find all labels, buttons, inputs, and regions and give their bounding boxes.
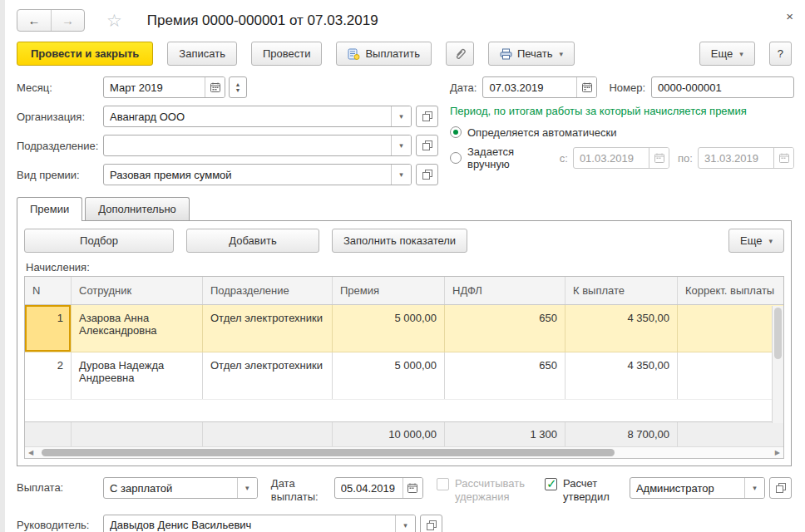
period-manual-radio[interactable] — [450, 152, 462, 164]
print-button[interactable]: Печать ▾ — [488, 42, 575, 66]
tab-dopolnitelno[interactable]: Дополнительно — [85, 197, 190, 220]
cell-department[interactable]: Отдел электротехники — [203, 305, 333, 352]
table-empty-space — [25, 400, 783, 421]
cell-correction[interactable] — [678, 305, 783, 352]
post-button[interactable]: Провести — [251, 42, 323, 66]
cell-n[interactable]: 2 — [25, 352, 72, 399]
chevron-down-icon: ▾ — [739, 50, 743, 58]
cell-employee[interactable]: Азарова Анна Александровна — [72, 305, 203, 352]
totals-bonus: 10 000,00 — [333, 422, 445, 446]
scroll-right-icon[interactable]: ▶ — [775, 449, 780, 456]
chevron-down-icon[interactable]: ▾ — [237, 478, 257, 498]
page-title: Премия 0000-000001 от 07.03.2019 — [147, 12, 378, 29]
payment-select[interactable] — [104, 478, 237, 498]
approver-open-icon[interactable] — [769, 477, 792, 499]
chevron-down-icon[interactable]: ▾ — [391, 135, 411, 155]
cell-n[interactable]: 1 — [25, 305, 72, 352]
cell-ndfl[interactable]: 650 — [445, 352, 565, 399]
pay-button[interactable]: Выплатить — [336, 42, 432, 66]
payment-date-input[interactable] — [335, 478, 402, 498]
bonus-type-label: Вид премии: — [17, 169, 103, 181]
cell-to-pay[interactable]: 4 350,00 — [565, 352, 678, 399]
totals-row: 10 000,00 1 300 8 700,00 — [25, 421, 783, 446]
cell-to-pay[interactable]: 4 350,00 — [565, 305, 678, 352]
bonus-type-input[interactable] — [104, 165, 391, 185]
period-auto-radio[interactable] — [450, 126, 462, 138]
horizontal-scrollbar[interactable]: ◀ ▶ — [25, 446, 783, 458]
organization-open-icon[interactable] — [416, 106, 438, 127]
department-input[interactable] — [104, 135, 391, 155]
calc-approved-label: Расчет утвердил — [563, 477, 621, 505]
bonus-type-open-icon[interactable] — [416, 164, 438, 185]
attachment-button[interactable] — [446, 42, 474, 66]
col-header-ndfl[interactable]: НДФЛ — [445, 277, 565, 304]
number-input[interactable] — [652, 77, 793, 97]
help-button[interactable]: ? — [769, 42, 792, 66]
calendar-icon[interactable] — [402, 478, 422, 498]
more-button[interactable]: Еще ▾ — [699, 42, 755, 66]
period-manual-label: Задается вручную — [467, 145, 551, 170]
cell-correction[interactable] — [678, 352, 783, 399]
add-button[interactable]: Добавить — [186, 229, 319, 253]
col-header-correction[interactable]: Коррект. выплаты — [678, 277, 783, 304]
accruals-table: N Сотрудник Подразделение Премия НДФЛ К … — [24, 276, 784, 459]
date-label: Дата: — [450, 81, 477, 94]
table-more-button[interactable]: Еще ▾ — [728, 229, 784, 253]
date-input[interactable] — [483, 77, 576, 97]
chevron-down-icon[interactable]: ▾ — [391, 106, 411, 126]
horizontal-scroll-thumb[interactable] — [42, 449, 615, 456]
chevron-down-icon[interactable]: ▾ — [395, 515, 415, 532]
period-from-input — [574, 148, 649, 168]
accruals-label: Начисления: — [26, 261, 784, 273]
save-button[interactable]: Записать — [167, 42, 237, 66]
manager-open-icon[interactable] — [420, 515, 442, 532]
cell-bonus[interactable]: 5 000,00 — [333, 305, 445, 352]
scroll-left-icon[interactable]: ◀ — [28, 449, 33, 456]
cell-ndfl[interactable]: 650 — [445, 305, 565, 352]
organization-label: Организация: — [17, 111, 103, 123]
cell-bonus[interactable]: 5 000,00 — [333, 352, 445, 399]
chevron-down-icon[interactable]: ▾ — [391, 165, 411, 185]
calc-approved-checkbox[interactable] — [545, 478, 557, 490]
calendar-icon[interactable] — [205, 77, 225, 97]
post-and-close-button[interactable]: Провести и закрыть — [17, 42, 153, 66]
calendar-icon[interactable] — [576, 77, 596, 97]
organization-input[interactable] — [104, 106, 391, 126]
cell-department[interactable]: Отдел электротехники — [203, 352, 333, 399]
forward-button[interactable]: → — [51, 10, 84, 31]
table-more-label: Еще — [740, 234, 762, 247]
col-header-department[interactable]: Подразделение — [203, 277, 333, 304]
chevron-down-icon[interactable]: ▾ — [744, 478, 764, 498]
cell-employee[interactable]: Дурова Надежда Андреевна — [72, 352, 203, 399]
tab-premii[interactable]: Премии — [17, 197, 82, 220]
col-header-to-pay[interactable]: К выплате — [565, 277, 678, 304]
calc-deductions-checkbox — [437, 478, 449, 490]
pay-coins-icon — [348, 48, 360, 60]
manager-input[interactable] — [104, 515, 395, 532]
calc-deductions-label: Рассчитывать удержания — [455, 477, 535, 505]
totals-n — [25, 422, 72, 446]
table-row[interactable]: 1 Азарова Анна Александровна Отдел элект… — [25, 305, 783, 352]
window-header: ← → ☆ Премия 0000-000001 от 07.03.2019 — [5, 0, 805, 37]
manager-label: Руководитель: — [17, 515, 103, 531]
col-header-n[interactable]: N — [25, 277, 72, 304]
approver-input[interactable] — [630, 478, 744, 498]
period-auto-label: Определяется автоматически — [467, 126, 617, 139]
favorite-star-icon[interactable]: ☆ — [106, 11, 122, 31]
back-button[interactable]: ← — [17, 10, 51, 31]
close-icon[interactable]: × — [786, 10, 793, 22]
pick-button[interactable]: Подбор — [24, 229, 174, 253]
vertical-scrollbar[interactable] — [772, 306, 783, 423]
department-open-icon[interactable] — [416, 135, 438, 156]
month-input[interactable] — [104, 77, 205, 97]
table-row[interactable]: 2 Дурова Надежда Андреевна Отдел электро… — [25, 352, 783, 400]
chevron-down-icon: ▾ — [768, 237, 773, 245]
totals-department — [203, 422, 333, 446]
col-header-bonus[interactable]: Премия — [333, 277, 445, 304]
fill-indicators-button[interactable]: Заполнить показатели — [332, 229, 467, 253]
month-stepper[interactable]: ▲▼ — [229, 76, 247, 98]
vertical-scroll-thumb[interactable] — [774, 308, 782, 359]
table-header-row: N Сотрудник Подразделение Премия НДФЛ К … — [25, 277, 783, 305]
col-header-employee[interactable]: Сотрудник — [72, 277, 203, 304]
printer-icon — [500, 48, 512, 60]
